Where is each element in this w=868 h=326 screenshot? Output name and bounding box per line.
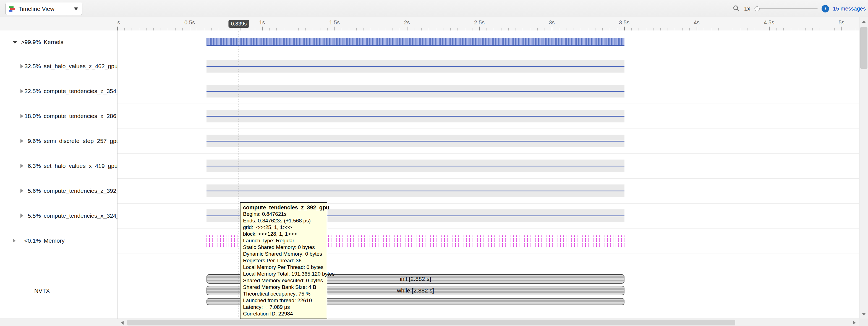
kernel-activity-line — [207, 191, 624, 191]
info-icon[interactable]: i — [822, 5, 829, 12]
row-percent: 5.5% — [0, 213, 41, 219]
scrollbar-corner — [859, 319, 868, 326]
kernel-range-band[interactable] — [207, 160, 624, 172]
ruler-tick-label: 2s — [404, 19, 410, 26]
kernel-activity-line — [207, 141, 624, 141]
kernel-tooltip: compute_tendencies_z_392_gpu Begins: 0.8… — [240, 202, 327, 319]
kernel-range-band[interactable] — [207, 135, 624, 147]
ruler-tick-label: 0s — [117, 19, 120, 26]
kernel-summary-bar[interactable] — [207, 38, 624, 46]
timeline-cursor-line — [239, 30, 239, 317]
scroll-right-arrow[interactable] — [850, 319, 859, 326]
track-compute-tendencies-x-286 — [118, 104, 859, 129]
sidebar-item-compute-tendencies-z-392[interactable]: 5.6% compute_tendencies_z_392_gpu — [0, 179, 117, 203]
zoom-slider-thumb[interactable] — [755, 6, 760, 11]
kernel-range-band[interactable] — [207, 85, 624, 98]
zoom-level-label: 1x — [744, 5, 750, 12]
cursor-time-badge: 0.839s — [228, 20, 249, 28]
tooltip-line: Shared Memory Bank Size: 4 B — [243, 284, 324, 291]
tooltip-line: Local Memory Total: 191,365,120 bytes — [243, 271, 324, 277]
vertical-scrollbar[interactable] — [859, 17, 868, 319]
tooltip-title: compute_tendencies_z_392_gpu — [243, 204, 324, 211]
tooltip-line: Ends: 0.847623s (+1.568 µs) — [243, 217, 324, 224]
ruler-tick-label: 2.5s — [474, 19, 485, 26]
row-tree-sidebar: >99.9% Kernels 32.5% set_halo_values_z_4… — [0, 30, 118, 319]
nsight-timeline-window: Timeline View 1x i 15 messages 0s 0.5s 1… — [0, 0, 868, 326]
ruler-tick-label: 5s — [838, 19, 844, 26]
tooltip-line: Correlation ID: 22984 — [243, 310, 324, 317]
zoom-slider-track[interactable] — [754, 8, 818, 9]
track-kernels-summary — [118, 30, 859, 54]
row-name: Kernels — [44, 39, 63, 46]
magnifier-icon — [733, 5, 740, 12]
ruler-tick-label: 3.5s — [619, 19, 629, 26]
sidebar-item-set-halo-values-z[interactable]: 32.5% set_halo_values_z_462_gpu — [0, 54, 117, 79]
toolbar-right-cluster: 1x i 15 messages — [733, 0, 866, 17]
timeline-pane[interactable]: init [2.882 s] while [2.882 s] — [118, 30, 859, 319]
row-name: compute_tendencies_x_286_gpu — [44, 113, 129, 119]
kernel-activity-line — [207, 116, 624, 117]
track-set-halo-values-x — [118, 154, 859, 179]
tooltip-line: Latency: ←7.089 µs — [243, 304, 324, 310]
sidebar-item-set-halo-values-x[interactable]: 6.3% set_halo_values_x_419_gpu — [0, 154, 117, 179]
chevron-down-icon[interactable] — [70, 7, 82, 10]
tooltip-line: Launch Type: Regular — [243, 237, 324, 244]
sidebar-item-nvtx[interactable]: NVTX — [34, 285, 50, 296]
kernel-range-band[interactable] — [207, 110, 624, 123]
sidebar-item-semi-discrete-step[interactable]: 9.6% semi_discrete_step_257_gpu — [0, 129, 117, 154]
kernel-activity-line — [207, 66, 624, 67]
track-semi-discrete-step — [118, 129, 859, 154]
row-percent: <0.1% — [0, 237, 41, 244]
sidebar-item-compute-tendencies-x-324[interactable]: 5.5% compute_tendencies_x_324_gpu — [0, 203, 117, 228]
row-name: set_halo_values_z_462_gpu — [44, 63, 118, 70]
sidebar-item-compute-tendencies-z-354[interactable]: 22.5% compute_tendencies_z_354_gpu — [0, 79, 117, 104]
row-percent: 5.6% — [0, 188, 41, 194]
row-name: compute_tendencies_z_392_gpu — [44, 188, 129, 194]
sidebar-item-memory[interactable]: <0.1% Memory — [0, 228, 117, 253]
sidebar-item-compute-tendencies-x-286[interactable]: 18.0% compute_tendencies_x_286_gpu — [0, 104, 117, 129]
track-compute-tendencies-z-392 — [118, 179, 859, 203]
tooltip-line: Launched from thread: 22610 — [243, 297, 324, 304]
ruler-tick-label: 3s — [549, 19, 555, 26]
tooltip-line: grid: <<<25, 1, 1>>> — [243, 224, 324, 231]
track-compute-tendencies-z-354 — [118, 79, 859, 104]
ruler-tick-label: 0.5s — [184, 19, 195, 26]
scroll-left-arrow[interactable] — [118, 319, 127, 326]
kernel-activity-line — [207, 166, 624, 166]
tooltip-line: Static Shared Memory: 0 bytes — [243, 244, 324, 251]
kernel-range-band[interactable] — [207, 185, 624, 197]
track-memory — [118, 228, 859, 253]
row-percent: 6.3% — [0, 163, 41, 169]
row-percent: >99.9% — [0, 39, 41, 46]
kernel-range-band[interactable] — [207, 60, 624, 73]
row-name: set_halo_values_x_419_gpu — [44, 163, 118, 169]
view-selector-label: Timeline View — [19, 5, 70, 12]
horizontal-scrollbar[interactable] — [0, 319, 868, 326]
time-ruler[interactable]: 0s 0.5s 1s 1.5s 2s 2.5s 3s 3.5s 4s 4.5s … — [0, 17, 868, 31]
track-set-halo-values-z — [118, 54, 859, 79]
row-name: semi_discrete_step_257_gpu — [44, 138, 119, 144]
view-selector-dropdown[interactable]: Timeline View — [5, 3, 82, 15]
ruler-tick-label: 1.5s — [329, 19, 340, 26]
row-percent: 18.0% — [0, 113, 41, 119]
tooltip-line: Shared Memory executed: 0 bytes — [243, 277, 324, 284]
vertical-scrollbar-thumb[interactable] — [860, 27, 867, 69]
row-name: compute_tendencies_z_354_gpu — [44, 88, 129, 94]
tooltip-line: Dynamic Shared Memory: 0 bytes — [243, 251, 324, 257]
row-percent: 9.6% — [0, 138, 41, 144]
scroll-up-arrow[interactable] — [860, 17, 868, 26]
ruler-tick-label: 4s — [693, 19, 700, 26]
tooltip-line: Local Memory Per Thread: 0 bytes — [243, 264, 324, 271]
kernel-activity-line — [207, 91, 624, 92]
scroll-down-arrow[interactable] — [860, 310, 868, 319]
tooltip-line: Theoretical occupancy: 75 % — [243, 291, 324, 297]
zoom-slider[interactable] — [754, 6, 818, 11]
row-name: compute_tendencies_x_324_gpu — [44, 213, 129, 219]
horizontal-scrollbar-thumb[interactable] — [127, 320, 735, 325]
sidebar-item-kernels[interactable]: >99.9% Kernels — [0, 30, 117, 54]
row-percent: 22.5% — [0, 88, 41, 94]
ruler-tick-label: 4.5s — [764, 19, 774, 26]
messages-link[interactable]: 15 messages — [833, 5, 866, 12]
ruler-tick-label: 1s — [259, 19, 265, 26]
toolbar: Timeline View 1x i 15 messages — [0, 0, 868, 18]
